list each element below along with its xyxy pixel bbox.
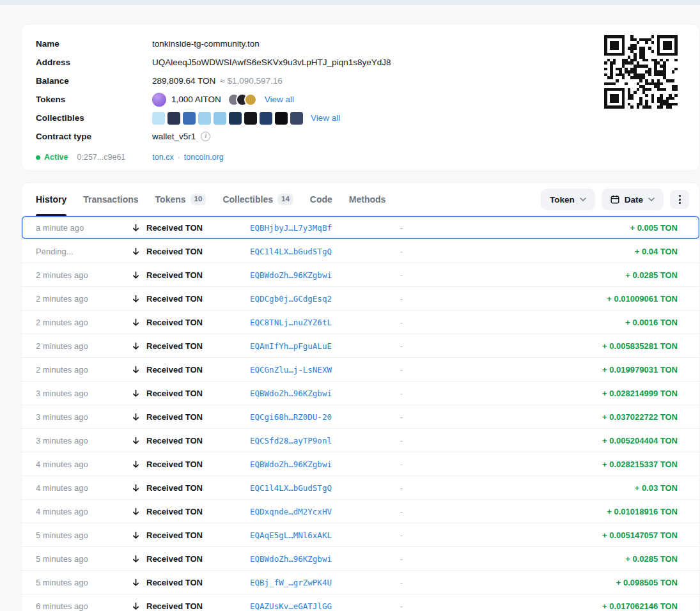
collectible-thumb[interactable] bbox=[229, 112, 242, 125]
tx-action-label: Received TON bbox=[146, 294, 203, 304]
tokens-view-all-link[interactable]: View all bbox=[265, 95, 294, 104]
transaction-row[interactable]: 5 minutes ago Received TON EQAqE5gL…MNl6… bbox=[22, 523, 699, 547]
tx-memo: - bbox=[400, 460, 602, 469]
transaction-row[interactable]: 2 minutes ago Received TON EQCGnZlu…j-Ls… bbox=[22, 358, 699, 382]
tx-action-label: Received TON bbox=[146, 578, 203, 587]
tx-memo: - bbox=[400, 318, 625, 327]
tab-transactions[interactable]: Transactions bbox=[83, 183, 138, 216]
collectible-thumb[interactable] bbox=[183, 112, 196, 125]
transaction-row[interactable]: 2 minutes ago Received TON EQC8TNLj…nuZY… bbox=[22, 311, 699, 334]
transaction-row[interactable]: 4 minutes ago Received TON EQDxqnde…dM2Y… bbox=[22, 500, 699, 523]
collectible-thumb[interactable] bbox=[244, 112, 257, 125]
tx-address-link[interactable]: EQAqE5gL…MNl6xAKL bbox=[250, 530, 400, 540]
tx-memo: - bbox=[400, 578, 616, 587]
collectibles-view-all-link[interactable]: View all bbox=[311, 113, 340, 123]
tab-history[interactable]: History bbox=[36, 183, 66, 216]
collectible-thumb[interactable] bbox=[198, 112, 211, 125]
received-arrow-icon bbox=[132, 460, 140, 468]
transaction-row[interactable]: 5 minutes ago Received TON EQBWdoZh…96KZ… bbox=[22, 547, 699, 571]
tab-methods[interactable]: Methods bbox=[349, 183, 386, 216]
tx-address-link[interactable]: EQDxqnde…dM2YcxHV bbox=[250, 507, 400, 516]
tx-address-link[interactable]: EQCSfd28…ayTP9onl bbox=[250, 436, 400, 445]
tx-amount: + 0.019979031 TON bbox=[602, 365, 678, 375]
transaction-row[interactable]: 5 minutes ago Received TON EQBj_fW_…grZw… bbox=[22, 571, 699, 594]
tx-address-link[interactable]: EQC1l4LX…bGudSTgQ bbox=[250, 483, 400, 493]
transaction-row[interactable]: 3 minutes ago Received TON EQCgi68h…RZ0D… bbox=[22, 405, 699, 429]
balance-row: Balance 289,809.64 TON ≈ $1,090,597.16 bbox=[36, 72, 685, 90]
date-filter-button[interactable]: Date bbox=[602, 189, 664, 210]
transaction-row[interactable]: 2 minutes ago Received TON EQBWdoZh…96KZ… bbox=[22, 263, 699, 287]
tx-action: Received TON bbox=[132, 507, 250, 516]
received-arrow-icon bbox=[132, 531, 140, 539]
collectible-thumb[interactable] bbox=[214, 112, 226, 125]
tx-address-link[interactable]: EQBWdoZh…96KZgbwi bbox=[250, 389, 400, 398]
tokens-amount: 1,000 AITON bbox=[171, 95, 221, 104]
transaction-row[interactable]: a minute ago Received TON EQBHjbyJ…L7y3M… bbox=[22, 216, 699, 240]
received-arrow-icon bbox=[132, 578, 140, 587]
tokens-label: Tokens bbox=[36, 95, 152, 104]
collectible-thumb[interactable] bbox=[275, 112, 288, 125]
tab-tokens[interactable]: Tokens10 bbox=[155, 183, 206, 216]
tx-amount: + 0.005835281 TON bbox=[602, 341, 678, 351]
tx-address-link[interactable]: EQBWdoZh…96KZgbwi bbox=[250, 270, 400, 280]
tx-action-label: Received TON bbox=[146, 601, 203, 611]
tx-address-link[interactable]: EQCgi68h…RZ0DU-20 bbox=[250, 412, 400, 422]
received-arrow-icon bbox=[132, 437, 140, 445]
tx-address-link[interactable]: EQDCgb0j…GCdgEsq2 bbox=[250, 294, 400, 304]
transaction-row[interactable]: 2 minutes ago Received TON EQDCgb0j…GCdg… bbox=[22, 287, 699, 311]
tx-action-label: Received TON bbox=[146, 412, 203, 422]
tab-code[interactable]: Code bbox=[310, 183, 332, 216]
transaction-row[interactable]: 3 minutes ago Received TON EQCSfd28…ayTP… bbox=[22, 429, 699, 452]
transaction-row[interactable]: 6 minutes ago Received TON EQAZUsKv…eGAT… bbox=[22, 594, 699, 611]
collectible-thumb[interactable] bbox=[290, 112, 303, 125]
tx-time: 3 minutes ago bbox=[36, 389, 132, 398]
collectible-thumb[interactable] bbox=[260, 112, 272, 125]
received-arrow-icon bbox=[132, 318, 140, 327]
tx-amount: + 0.098505 TON bbox=[616, 578, 678, 587]
tx-memo: - bbox=[400, 341, 602, 351]
transaction-row[interactable]: 4 minutes ago Received TON EQC1l4LX…bGud… bbox=[22, 476, 699, 500]
more-menu-button[interactable] bbox=[670, 190, 689, 209]
tab-label: History bbox=[36, 194, 66, 205]
token-icons-cluster bbox=[228, 93, 257, 106]
tx-amount: + 0.017062146 TON bbox=[602, 601, 678, 611]
tx-action-label: Received TON bbox=[146, 389, 203, 398]
received-arrow-icon bbox=[132, 224, 140, 232]
token-filter-button[interactable]: Token bbox=[541, 189, 595, 210]
tx-time: 4 minutes ago bbox=[36, 483, 132, 493]
toncoin-link[interactable]: toncoin.org bbox=[184, 153, 224, 162]
collectible-thumb[interactable] bbox=[152, 112, 165, 125]
tx-address-link[interactable]: EQC1l4LX…bGudSTgQ bbox=[250, 247, 400, 256]
info-icon[interactable]: i bbox=[201, 132, 210, 141]
tx-amount: + 0.005147057 TON bbox=[602, 530, 678, 540]
tx-action: Received TON bbox=[132, 389, 250, 398]
balance-usd: ≈ $1,090,597.16 bbox=[220, 76, 283, 86]
tx-memo: - bbox=[400, 530, 602, 540]
link-separator: · bbox=[178, 153, 180, 162]
toncx-link[interactable]: ton.cx bbox=[152, 153, 173, 162]
collectible-thumb[interactable] bbox=[167, 112, 180, 125]
tab-label: Transactions bbox=[83, 194, 138, 205]
tabs-bar: HistoryTransactionsTokens10Collectibles1… bbox=[22, 183, 699, 216]
token-icon bbox=[244, 93, 257, 106]
tx-action: Received TON bbox=[132, 436, 250, 445]
transaction-row[interactable]: Pending... Received TON EQC1l4LX…bGudSTg… bbox=[22, 240, 699, 263]
tx-address-link[interactable]: EQBWdoZh…96KZgbwi bbox=[250, 460, 400, 469]
tab-label: Code bbox=[310, 194, 332, 205]
tx-address-link[interactable]: EQBHjbyJ…L7y3MqBf bbox=[250, 223, 400, 233]
tx-memo: - bbox=[400, 247, 635, 256]
tx-address-link[interactable]: EQC8TNLj…nuZYZ6tL bbox=[250, 318, 400, 327]
tab-collectibles[interactable]: Collectibles14 bbox=[222, 183, 293, 216]
tx-time: 6 minutes ago bbox=[36, 601, 132, 611]
transaction-row[interactable]: 3 minutes ago Received TON EQBWdoZh…96KZ… bbox=[22, 382, 699, 405]
tx-action: Received TON bbox=[132, 341, 250, 351]
transaction-row[interactable]: 4 minutes ago Received TON EQBWdoZh…96KZ… bbox=[22, 452, 699, 476]
received-arrow-icon bbox=[132, 413, 140, 421]
tx-address-link[interactable]: EQAmIfYh…pFguALuE bbox=[250, 341, 400, 351]
transaction-row[interactable]: 2 minutes ago Received TON EQAmIfYh…pFgu… bbox=[22, 334, 699, 358]
tx-address-link[interactable]: EQAZUsKv…eGATJlGG bbox=[250, 601, 400, 611]
tx-address-link[interactable]: EQCGnZlu…j-LsNEXW bbox=[250, 365, 400, 375]
tx-address-link[interactable]: EQBWdoZh…96KZgbwi bbox=[250, 554, 400, 564]
tx-address-link[interactable]: EQBj_fW_…grZwPK4U bbox=[250, 578, 400, 587]
active-status-dot bbox=[36, 155, 40, 160]
